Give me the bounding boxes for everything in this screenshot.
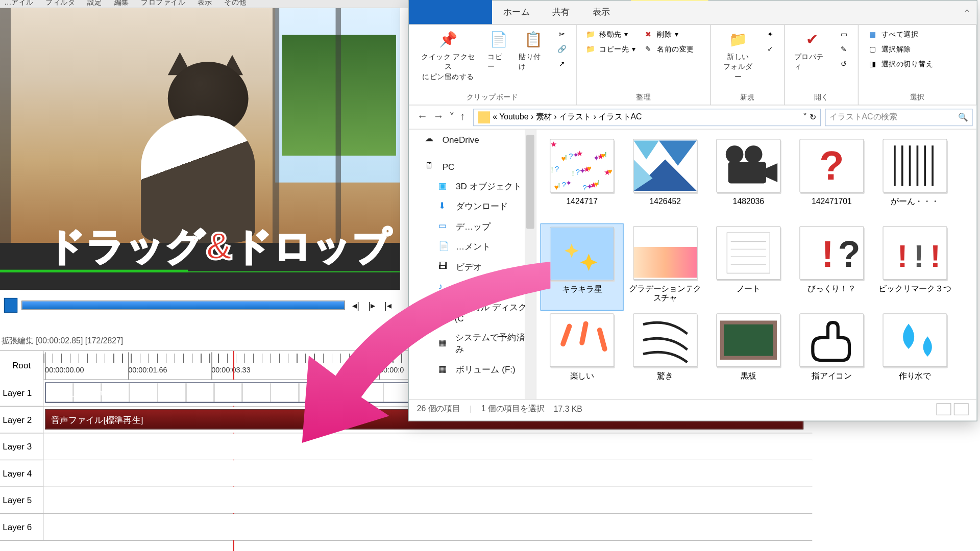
invert-selection-button[interactable]: ◨選択の切り替え	[864, 57, 936, 70]
delete-button[interactable]: ✖削除 ▾	[640, 28, 697, 41]
edit-button[interactable]: ✎	[835, 42, 852, 56]
select-all-button[interactable]: ▦すべて選択	[864, 28, 936, 41]
explorer-tabs[interactable]: ファイル ホーム 共有 表示 ⌃	[409, 1, 977, 24]
file-item[interactable]: ノート	[707, 223, 790, 311]
view-details-icon[interactable]	[937, 403, 951, 415]
file-item[interactable]: 1426452	[624, 136, 707, 223]
properties-button[interactable]: ✔ プロパティ	[790, 28, 834, 74]
file-item[interactable]: がーん・・・	[873, 136, 957, 223]
move-to-button[interactable]: 📁移動先 ▾	[582, 28, 638, 41]
ribbon-group-title: 新規	[716, 91, 778, 104]
goto-start-icon[interactable]: |◂	[380, 298, 396, 313]
menu-item[interactable]: 表示	[198, 0, 212, 4]
layer-label[interactable]: Layer 5	[0, 487, 43, 513]
nav-back-icon[interactable]: ←	[417, 111, 428, 123]
copy-button[interactable]: 📄 コピー	[483, 28, 513, 74]
nav-system-reserved[interactable]: ▦システムで予約済み	[409, 328, 536, 360]
tab-home[interactable]: ホーム	[492, 0, 541, 24]
timeline-root-button[interactable]: Root	[0, 351, 43, 380]
menu-item[interactable]: 編集	[114, 0, 129, 4]
nav-scrollbar[interactable]	[525, 130, 535, 399]
file-item[interactable]: !? びっくり！？	[790, 223, 873, 311]
menu-item[interactable]: フィルタ	[45, 0, 75, 4]
nav-pc[interactable]: 🖥PC	[409, 156, 536, 176]
menu-item[interactable]: プロファイル	[141, 0, 185, 4]
invert-selection-icon: ◨	[867, 58, 879, 69]
file-item[interactable]: 黒板	[707, 311, 790, 398]
layer-label[interactable]: Layer 4	[0, 460, 43, 486]
layer-track-5[interactable]	[43, 487, 812, 513]
layer-label[interactable]: Layer 6	[0, 514, 43, 540]
layer-track-3[interactable]	[43, 434, 812, 460]
breadcrumb[interactable]: « Youtube › 素材 › イラスト › イラストAC	[493, 111, 642, 122]
layer-label[interactable]: Layer 1	[0, 380, 43, 406]
open-button[interactable]: ▭	[835, 28, 852, 41]
file-item[interactable]: 作り水で	[873, 311, 957, 398]
menu-item[interactable]: …アイル	[4, 0, 34, 4]
address-bar[interactable]: « Youtube › 素材 › イラスト › イラストAC ˅ ↻	[473, 108, 821, 126]
layer-track-4[interactable]	[43, 460, 812, 486]
paste-shortcut-button[interactable]: ↗	[553, 57, 571, 70]
file-item[interactable]: 驚き	[624, 311, 707, 398]
tab-file[interactable]: ファイル	[409, 0, 492, 24]
select-none-button[interactable]: ▢選択解除	[864, 42, 936, 56]
history-button[interactable]: ↺	[835, 57, 852, 70]
nav-forward-icon[interactable]: →	[433, 111, 444, 123]
file-item[interactable]: ? 142471701	[790, 136, 873, 223]
nav-downloads[interactable]: ⬇ダウンロード	[409, 196, 536, 216]
menu-item[interactable]: 設定	[87, 0, 102, 4]
cut-button[interactable]: ✂	[553, 28, 571, 41]
nav-onedrive[interactable]: ☁OneDrive	[409, 130, 536, 149]
nav-documents[interactable]: 📄…メント	[409, 237, 536, 257]
paste-button[interactable]: 📋 貼り付け	[514, 28, 552, 74]
layer-label[interactable]: Layer 3	[0, 434, 43, 460]
seek-bar[interactable]: ◂| |▸ |◂	[4, 295, 396, 315]
tab-view[interactable]: 表示	[581, 0, 622, 24]
nav-recent-icon[interactable]: ˅	[449, 111, 455, 123]
nav-local-disk-c[interactable]: ▦ローカル ディスク (C	[409, 297, 536, 328]
shortcut-icon: ↗	[556, 58, 568, 69]
drive-icon: ▦	[438, 306, 449, 318]
navigation-pane[interactable]: ☁OneDrive 🖥PC ▣3D オブジェクト ⬇ダウンロード ▭デ…ップ 📄…	[409, 130, 536, 399]
rename-icon: ✎	[643, 43, 655, 54]
layer-track-6[interactable]	[43, 514, 812, 540]
layer-label[interactable]: Layer 2	[0, 407, 43, 433]
seek-track[interactable]	[21, 300, 345, 310]
search-input[interactable]: イラストACの検索 🔍	[825, 108, 972, 126]
file-list[interactable]: ★♥!?✦★♥!?✦★♥!?✦★♥!?✦★♥!?✦★♥! 1424717 142…	[536, 130, 977, 399]
new-item-button[interactable]: ✦	[761, 28, 778, 41]
rename-button[interactable]: ✎名前の変更	[640, 42, 697, 56]
svg-text:★: ★	[550, 140, 557, 148]
file-item[interactable]: 1482036	[707, 136, 790, 223]
file-item[interactable]: グラデーションテクスチャ	[624, 223, 707, 311]
nav-videos[interactable]: 🎞ビデオ	[409, 257, 536, 277]
svg-text:!: !	[930, 238, 941, 273]
nav-desktop[interactable]: ▭デ…ップ	[409, 217, 536, 237]
refresh-icon[interactable]: ↻	[810, 112, 816, 121]
copy-to-button[interactable]: 📁コピー先 ▾	[582, 42, 638, 56]
file-name: キラキラ星	[562, 285, 602, 294]
chevron-down-icon[interactable]: ˅	[803, 112, 807, 121]
nav-up-icon[interactable]: ↑	[460, 111, 465, 123]
tab-share[interactable]: 共有	[541, 0, 581, 24]
file-item[interactable]: !!! ビックリマーク３つ	[873, 223, 957, 311]
easy-access-button[interactable]: ✓	[761, 42, 778, 56]
copy-path-button[interactable]: 🔗	[553, 42, 571, 56]
menu-item[interactable]: その他	[224, 0, 246, 4]
file-item[interactable]: キラキラ星	[541, 223, 624, 311]
seek-thumb[interactable]	[4, 298, 17, 313]
folder-move-icon: 📁	[584, 29, 597, 40]
view-thumbnails-icon[interactable]	[954, 403, 969, 415]
svg-text:!: !	[598, 179, 600, 187]
nav-volume-f[interactable]: ▦ボリューム (F:)	[409, 360, 536, 380]
ribbon-collapse-icon[interactable]: ⌃	[963, 7, 971, 18]
file-item[interactable]: 楽しい	[541, 311, 624, 398]
step-back-icon[interactable]: ◂|	[348, 298, 364, 313]
file-item[interactable]: 指アイコン	[790, 311, 873, 398]
nav-3d-objects[interactable]: ▣3D オブジェクト	[409, 177, 536, 196]
file-item[interactable]: ★♥!?✦★♥!?✦★♥!?✦★♥!?✦★♥!?✦★♥! 1424717	[541, 136, 624, 223]
pin-quick-access-button[interactable]: 📌 クイック アクセス にピン留めする	[414, 28, 482, 85]
new-folder-button[interactable]: 📁 新しい フォルダー	[716, 28, 760, 85]
step-fwd-icon[interactable]: |▸	[364, 298, 380, 313]
nav-music[interactable]: ♪ミュージック	[409, 277, 536, 297]
